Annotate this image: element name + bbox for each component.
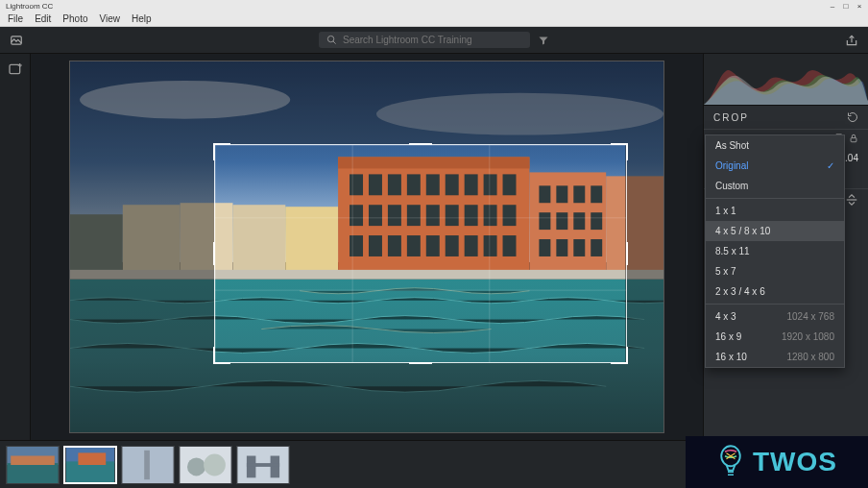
section-crop-header: CROP: [704, 106, 868, 130]
px-label: 1024 x 768: [787, 311, 835, 322]
aspect-option-2x3[interactable]: 2 x 3 / 4 x 6: [706, 281, 844, 302]
svg-rect-58: [851, 138, 856, 142]
search-box[interactable]: [319, 32, 530, 48]
my-photos-icon[interactable]: [10, 34, 23, 47]
svg-rect-60: [7, 463, 58, 483]
ratio-label: 16 x 10: [715, 352, 747, 362]
svg-rect-73: [247, 463, 279, 467]
crop-rectangle[interactable]: [214, 144, 627, 363]
reset-crop-icon[interactable]: [847, 111, 858, 123]
close-button[interactable]: ×: [855, 2, 864, 10]
aspect-option-as-shot[interactable]: As Shot: [706, 135, 844, 156]
top-toolbar: [0, 27, 868, 54]
aspect-option-original[interactable]: Original ✓: [706, 156, 844, 176]
add-photo-icon[interactable]: [8, 61, 23, 77]
search-input[interactable]: [343, 35, 522, 45]
px-label: 1280 x 800: [787, 352, 835, 362]
svg-point-69: [204, 453, 226, 476]
menu-edit[interactable]: Edit: [35, 13, 51, 24]
crop-handle-tr[interactable]: [611, 143, 628, 160]
crop-handle-tl[interactable]: [213, 143, 230, 160]
svg-point-1: [327, 36, 333, 41]
aspect-option-5x7[interactable]: 5 x 7: [706, 261, 844, 281]
minimize-button[interactable]: –: [828, 2, 837, 10]
menu-file[interactable]: File: [8, 13, 23, 24]
section-crop-label: CROP: [713, 112, 749, 123]
svg-rect-66: [144, 450, 150, 478]
flip-vertical-icon[interactable]: [845, 193, 858, 207]
crop-dim-bottom: [70, 363, 663, 432]
menubar: File Edit Photo View Help: [0, 12, 868, 27]
window-controls: – □ ×: [828, 2, 868, 10]
photo-canvas[interactable]: [31, 54, 703, 440]
window-titlebar: Lightroom CC – □ ×: [0, 0, 868, 12]
watermark-text: TWOS: [753, 447, 837, 477]
ratio-label: 4 x 3: [715, 311, 736, 322]
crop-handle-br[interactable]: [611, 347, 628, 364]
aspect-option-original-label: Original: [715, 160, 748, 171]
maximize-button[interactable]: □: [841, 2, 851, 10]
check-icon: ✓: [827, 160, 834, 171]
svg-rect-61: [11, 455, 55, 465]
menu-photo[interactable]: Photo: [62, 13, 87, 24]
aspect-option-custom[interactable]: Custom: [706, 176, 844, 196]
crop-handle-rm[interactable]: [622, 242, 628, 265]
share-icon[interactable]: [845, 34, 858, 47]
crop-handle-bm[interactable]: [409, 358, 432, 364]
px-label: 1920 x 1080: [782, 331, 834, 342]
svg-point-68: [187, 457, 205, 476]
thumbnail-5[interactable]: [236, 446, 290, 484]
svg-rect-64: [78, 452, 106, 465]
svg-rect-2: [10, 64, 20, 73]
aspect-dropdown-menu: As Shot Original ✓ Custom 1 x 1 4 x 5 / …: [705, 134, 845, 368]
thumbnail-1[interactable]: [6, 446, 60, 484]
thumbnail-3[interactable]: [121, 446, 175, 484]
app-name: Lightroom CC: [6, 2, 53, 11]
thumbnail-2[interactable]: [63, 446, 117, 484]
crop-handle-tm[interactable]: [409, 143, 432, 149]
dropdown-separator: [706, 198, 844, 199]
menu-view[interactable]: View: [100, 13, 121, 24]
dropdown-separator: [706, 304, 844, 305]
aspect-option-4x5[interactable]: 4 x 5 / 8 x 10: [706, 221, 844, 241]
lock-icon[interactable]: [849, 134, 858, 143]
aspect-option-16x9[interactable]: 16 x 9 1920 x 1080: [706, 327, 844, 347]
aspect-option-85x11[interactable]: 8.5 x 11: [706, 241, 844, 261]
crop-handle-bl[interactable]: [213, 347, 230, 364]
ratio-label: 16 x 9: [715, 331, 741, 342]
crop-dim-top: [70, 61, 663, 144]
lightbulb-icon: [716, 443, 745, 481]
menu-help[interactable]: Help: [132, 13, 152, 24]
crop-handle-lm[interactable]: [213, 242, 219, 265]
crop-dim-right: [625, 144, 663, 363]
watermark-overlay: TWOS: [686, 436, 868, 488]
aspect-option-1x1[interactable]: 1 x 1: [706, 201, 844, 221]
histogram[interactable]: [704, 54, 868, 106]
aspect-option-4x3[interactable]: 4 x 3 1024 x 768: [706, 306, 844, 327]
crop-grid: [215, 145, 626, 362]
photo: [69, 61, 664, 433]
search-icon: [326, 35, 337, 45]
aspect-option-16x10[interactable]: 16 x 10 1280 x 800: [706, 347, 844, 367]
filter-icon[interactable]: [538, 35, 549, 46]
thumbnail-4[interactable]: [179, 446, 232, 484]
sidebar-left: [0, 54, 31, 440]
crop-dim-left: [70, 144, 214, 363]
